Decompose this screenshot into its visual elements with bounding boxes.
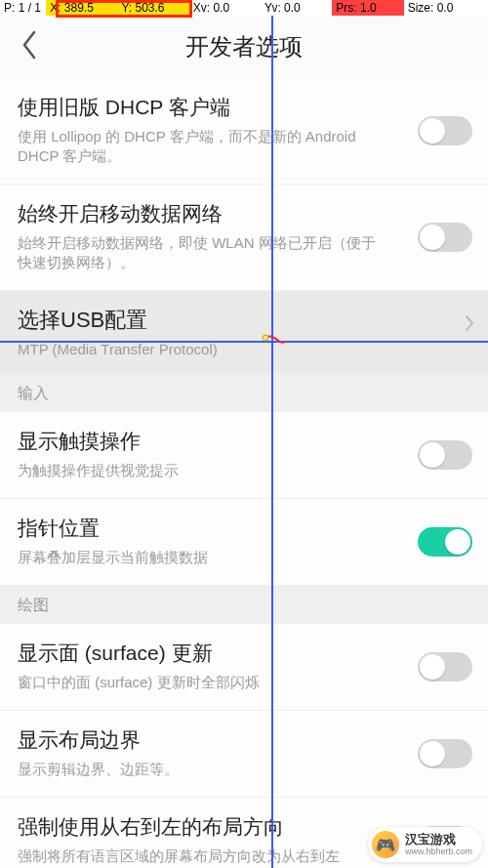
item-title: 显示触摸操作 <box>18 428 470 455</box>
item-mobile-data-always-on[interactable]: 始终开启移动数据网络 始终开启移动数据网络，即使 WLAN 网络已开启（便于快速… <box>0 185 488 291</box>
item-title: 指针位置 <box>18 515 470 542</box>
item-title: 使用旧版 DHCP 客户端 <box>18 94 470 121</box>
pointer-x: X: 389.5 <box>46 0 117 16</box>
item-subtitle: 使用 Lollipop 的 DHCP 客户端，而不是新的 Android DHC… <box>18 127 470 166</box>
watermark-badge: 🎮 汉宝游戏 www.hbherb.com <box>368 827 482 862</box>
toggle-mobile-data[interactable] <box>418 223 472 252</box>
item-title: 显示布局边界 <box>18 726 470 754</box>
section-input: 输入 <box>0 374 488 412</box>
pointer-debug-bar: P: 1 / 1 X: 389.5 Y: 503.6 Xv: 0.0 Yv: 0… <box>0 0 488 16</box>
item-show-surface-updates[interactable]: 显示面 (surface) 更新 窗口中的面 (surface) 更新时全部闪烁 <box>0 624 488 711</box>
item-show-touches[interactable]: 显示触摸操作 为触摸操作提供视觉提示 <box>0 412 488 499</box>
item-title: 始终开启移动数据网络 <box>18 200 470 227</box>
item-subtitle: 始终开启移动数据网络，即使 WLAN 网络已开启（便于快速切换网络）。 <box>18 233 470 272</box>
chevron-right-icon <box>465 314 474 336</box>
pointer-prs: Prs: 1.0 <box>332 0 403 16</box>
item-subtitle: 屏幕叠加层显示当前触摸数据 <box>18 548 470 567</box>
item-show-layout-bounds[interactable]: 显示布局边界 显示剪辑边界、边距等。 <box>0 711 488 798</box>
pointer-size: Size: 0.0 <box>404 0 488 16</box>
item-subtitle: 显示剪辑边界、边距等。 <box>18 760 470 779</box>
app-header: 开发者选项 <box>0 16 488 78</box>
section-drawing: 绘图 <box>0 586 488 624</box>
item-usb-config[interactable]: 选择USB配置 MTP (Media Transfer Protocol) <box>0 291 488 374</box>
toggle-pointer-location[interactable] <box>418 527 472 557</box>
watermark-url: www.hbherb.com <box>405 847 472 856</box>
pointer-y: Y: 503.6 <box>117 0 188 16</box>
item-legacy-dhcp[interactable]: 使用旧版 DHCP 客户端 使用 Lollipop 的 DHCP 客户端，而不是… <box>0 78 488 185</box>
toggle-show-touches[interactable] <box>418 440 472 470</box>
pointer-count: P: 1 / 1 <box>0 0 46 16</box>
settings-list[interactable]: 使用旧版 DHCP 客户端 使用 Lollipop 的 DHCP 客户端，而不是… <box>0 78 488 868</box>
watermark-name: 汉宝游戏 <box>405 833 472 846</box>
toggle-surface-updates[interactable] <box>418 652 472 682</box>
pointer-xv: Xv: 0.0 <box>189 0 261 16</box>
item-subtitle: 窗口中的面 (surface) 更新时全部闪烁 <box>18 673 470 692</box>
pointer-yv: Yv: 0.0 <box>261 0 332 16</box>
toggle-layout-bounds[interactable] <box>418 739 472 768</box>
item-subtitle: 为触摸操作提供视觉提示 <box>18 461 470 480</box>
page-title: 开发者选项 <box>0 16 488 78</box>
toggle-legacy-dhcp[interactable] <box>418 116 472 145</box>
item-subtitle: MTP (Media Transfer Protocol) <box>18 340 470 359</box>
watermark-logo-icon: 🎮 <box>372 831 399 858</box>
item-title: 显示面 (surface) 更新 <box>18 640 470 667</box>
item-title: 选择USB配置 <box>18 307 470 334</box>
item-pointer-location[interactable]: 指针位置 屏幕叠加层显示当前触摸数据 <box>0 499 488 586</box>
